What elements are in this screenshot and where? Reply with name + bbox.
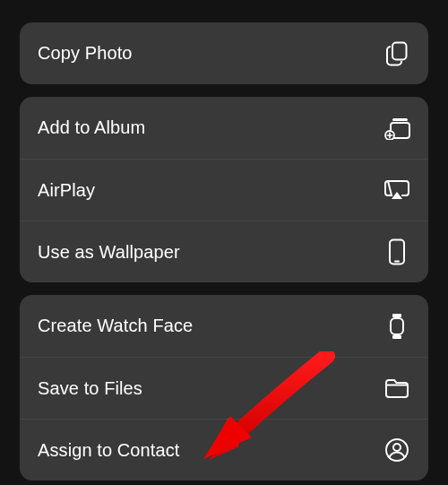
action-group-2: Add to Album AirPlay Use as [20,97,428,282]
action-group-3: Create Watch Face Save to Files Assign t… [20,295,428,481]
folder-icon [383,375,410,402]
svg-rect-9 [391,318,403,334]
svg-rect-0 [392,42,407,59]
watch-icon [383,313,410,340]
svg-rect-1 [392,118,408,121]
airplay-icon [383,177,410,204]
save-to-files-row[interactable]: Save to Files [20,357,428,419]
add-to-album-icon [383,115,410,142]
svg-rect-6 [390,240,404,264]
action-sheet: Copy Photo Add to Album [20,22,428,485]
create-watch-face-label: Create Watch Face [38,316,193,336]
add-to-album-label: Add to Album [38,117,145,138]
contact-icon [383,437,410,463]
airplay-label: AirPlay [38,180,95,201]
svg-rect-10 [392,335,401,339]
use-as-wallpaper-label: Use as Wallpaper [38,242,180,263]
copy-photo-label: Copy Photo [38,43,133,64]
action-group-1: Copy Photo [20,22,428,84]
use-as-wallpaper-row[interactable]: Use as Wallpaper [20,221,428,282]
airplay-row[interactable]: AirPlay [20,159,428,221]
assign-to-contact-row[interactable]: Assign to Contact [20,419,428,481]
save-to-files-label: Save to Files [38,378,142,399]
copy-icon [383,40,410,67]
svg-point-13 [393,444,401,451]
phone-icon [383,238,410,265]
assign-to-contact-label: Assign to Contact [38,440,179,461]
svg-rect-8 [392,314,401,317]
create-watch-face-row[interactable]: Create Watch Face [20,295,428,357]
copy-photo-row[interactable]: Copy Photo [20,22,428,84]
add-to-album-row[interactable]: Add to Album [20,97,428,159]
